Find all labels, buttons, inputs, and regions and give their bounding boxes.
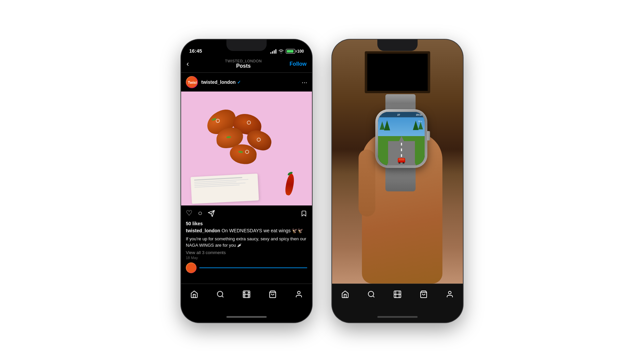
- phone-left: 16:45 100: [181, 40, 312, 322]
- post-date: 18 May: [186, 256, 307, 260]
- nav-search-button[interactable]: [213, 287, 228, 302]
- wifi-icon: [278, 49, 284, 53]
- nav-subtitle: TWISTED_LONDON: [197, 59, 289, 63]
- post-image: [181, 92, 312, 205]
- watch-speed: 27: [397, 114, 400, 116]
- chili-pepper: [286, 172, 293, 195]
- action-bar: ♡ ○: [181, 205, 312, 221]
- comment-button[interactable]: ○: [198, 209, 202, 218]
- content-area: Twisted twisted_london ✓ ···: [181, 73, 312, 284]
- caption-text: On WEDNESDAYS we eat wings 🦅🦅: [222, 228, 304, 233]
- follow-button[interactable]: Follow: [289, 61, 307, 67]
- verified-badge: ✓: [237, 80, 241, 85]
- home-indicator-right: [332, 311, 463, 322]
- tv-display: [365, 51, 430, 93]
- caption-username[interactable]: twisted_london: [186, 228, 220, 233]
- nav-search-button-right[interactable]: [364, 287, 379, 302]
- game-grass: [378, 136, 425, 165]
- next-post-avatar: [186, 262, 197, 273]
- time-display: 16:45: [189, 48, 202, 54]
- phone-left-screen: 16:45 100: [181, 40, 312, 322]
- food-background: [181, 92, 312, 205]
- bottom-nav-left: [181, 284, 312, 311]
- status-icons: 100: [270, 49, 304, 54]
- nav-profile-button[interactable]: [291, 287, 306, 302]
- home-indicator-left: [181, 311, 312, 322]
- post-caption: twisted_london On WEDNESDAYS we eat wing…: [186, 228, 307, 234]
- watch-crown: [427, 131, 430, 140]
- watch-assembly: ‹ 27 15:14 55 s: [375, 109, 427, 168]
- svg-line-16: [373, 296, 374, 297]
- watch-case-body: ‹ 27 15:14 55 s: [375, 109, 427, 168]
- watch-screen: ‹ 27 15:14 55 s: [378, 112, 425, 165]
- svg-text:Twisted: Twisted: [188, 80, 197, 84]
- phone-right-screen: ‹ 27 15:14 55 s: [332, 40, 463, 322]
- nav-reels-button[interactable]: [239, 287, 254, 302]
- watch-time: 15:14: [416, 114, 422, 116]
- bookmark-button[interactable]: [301, 209, 307, 218]
- nav-title: TWISTED_LONDON Posts: [197, 59, 289, 69]
- bottom-nav-right: [332, 284, 463, 311]
- paper-prop: [191, 174, 259, 204]
- nav-shop-button-right[interactable]: [416, 287, 431, 302]
- watch-status-bar: ‹ 27 15:14: [378, 112, 425, 117]
- next-post-hint: [181, 262, 312, 273]
- post-username[interactable]: twisted_london ✓: [201, 79, 241, 85]
- nav-shop-button[interactable]: [265, 287, 280, 302]
- avatar-ring[interactable]: Twisted: [186, 76, 198, 88]
- extra-caption: If you're up for something extra saucy, …: [186, 236, 307, 249]
- view-comments-button[interactable]: View all 3 comments: [186, 250, 307, 255]
- nav-home-button-right[interactable]: [338, 287, 353, 302]
- hand-watch-assembly: ‹ 27 15:14 55 s: [355, 89, 449, 284]
- svg-point-15: [368, 291, 374, 297]
- watch-photo-area: ‹ 27 15:14 55 s: [332, 40, 463, 284]
- post-header: Twisted twisted_london ✓ ···: [181, 73, 312, 92]
- nav-profile-button-right[interactable]: [442, 287, 457, 302]
- post-text-area: 50 likes twisted_london On WEDNESDAYS we…: [181, 221, 312, 262]
- signal-icon: [270, 49, 276, 54]
- avatar-image: Twisted: [186, 77, 197, 87]
- back-button[interactable]: ‹: [186, 60, 197, 68]
- nav-header: ‹ TWISTED_LONDON Posts Follow: [181, 56, 312, 73]
- wings-visual: [200, 104, 293, 178]
- nav-main-title: Posts: [197, 63, 289, 69]
- like-button[interactable]: ♡: [186, 209, 193, 218]
- share-button[interactable]: [208, 209, 215, 218]
- notch-right: [377, 40, 418, 51]
- nav-home-button[interactable]: [187, 287, 202, 302]
- nav-reels-button-right[interactable]: [390, 287, 405, 302]
- game-car: [398, 158, 405, 163]
- svg-point-22: [448, 291, 451, 294]
- phone-right: ‹ 27 15:14 55 s: [332, 40, 463, 322]
- more-options-button[interactable]: ···: [302, 78, 307, 86]
- watch-band-bottom: [385, 165, 416, 191]
- likes-count: 50 likes: [186, 221, 307, 226]
- notch-left: [226, 40, 267, 51]
- svg-point-3: [217, 291, 223, 297]
- watch-subtitle: 55 s: [418, 117, 422, 123]
- thumb: [359, 149, 375, 217]
- battery-icon: 100: [286, 49, 304, 54]
- svg-line-4: [222, 296, 223, 297]
- watch-back-arrow: ‹: [381, 114, 381, 116]
- svg-point-14: [298, 291, 300, 294]
